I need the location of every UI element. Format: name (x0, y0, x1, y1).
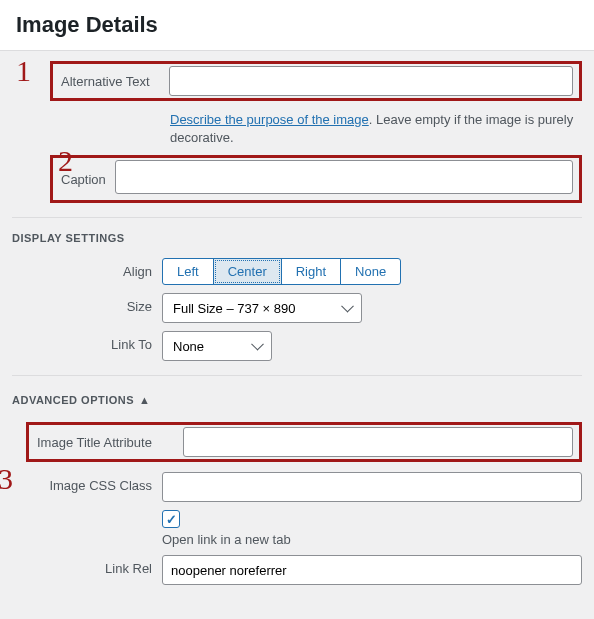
alt-help-link[interactable]: Describe the purpose of the image (170, 112, 369, 127)
alt-text-label: Alternative Text (55, 74, 169, 89)
title-attr-label: Image Title Attribute (31, 435, 183, 450)
highlight-caption: Caption (50, 155, 582, 203)
css-class-label: Image CSS Class (12, 472, 162, 493)
linkrel-label: Link Rel (12, 555, 162, 576)
display-settings-heading: DISPLAY SETTINGS (12, 232, 582, 244)
align-label: Align (12, 258, 162, 279)
size-label: Size (12, 293, 162, 314)
page-title: Image Details (16, 12, 578, 38)
caption-label: Caption (55, 172, 115, 187)
align-center-button[interactable]: Center (213, 258, 282, 285)
alt-text-help: Describe the purpose of the image. Leave… (170, 111, 582, 147)
linkto-select[interactable]: None (162, 331, 272, 361)
align-none-button[interactable]: None (340, 258, 401, 285)
align-right-button[interactable]: Right (281, 258, 341, 285)
advanced-options-toggle[interactable]: ADVANCED OPTIONS ▲ (12, 394, 150, 406)
newtab-label: Open link in a new tab (162, 532, 582, 547)
highlight-title-attr: Image Title Attribute (26, 422, 582, 462)
newtab-checkbox[interactable]: ✓ (162, 510, 180, 528)
annotation-marker-1: 1 (16, 56, 31, 86)
align-left-button[interactable]: Left (162, 258, 214, 285)
linkto-label: Link To (12, 331, 162, 352)
highlight-alt-text: Alternative Text (50, 61, 582, 101)
alt-text-input[interactable] (169, 66, 573, 96)
chevron-up-icon: ▲ (139, 394, 150, 406)
modal-header: Image Details (0, 0, 594, 51)
css-class-input[interactable] (162, 472, 582, 502)
linkrel-input[interactable] (162, 555, 582, 585)
caption-input[interactable] (115, 160, 573, 194)
title-attr-input[interactable] (183, 427, 573, 457)
align-button-group: Left Center Right None (162, 258, 582, 285)
size-select[interactable]: Full Size – 737 × 890 (162, 293, 362, 323)
annotation-marker-3: 3 (0, 464, 13, 494)
